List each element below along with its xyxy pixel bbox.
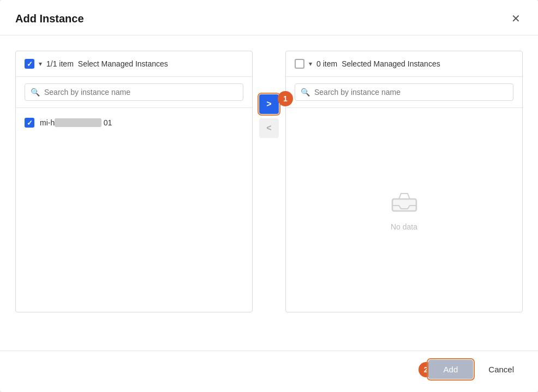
left-search-icon: 🔍 [31, 88, 40, 97]
left-panel-content: ✓ mi-h 01 [16, 108, 252, 312]
check-icon: ✓ [27, 119, 33, 126]
right-panel-header: ✓ ▾ 0 item Selected Managed Instances [286, 51, 522, 77]
left-search-wrap: 🔍 [16, 77, 252, 108]
dialog-header: Add Instance ✕ [0, 0, 538, 35]
instance-checkbox[interactable]: ✓ [25, 118, 34, 128]
right-panel: ✓ ▾ 0 item Selected Managed Instances 🔍 [285, 51, 523, 312]
left-panel-label: Select Managed Instances [78, 59, 168, 68]
add-instance-dialog: Add Instance ✕ ✓ ▾ 1/1 item Select Manag… [0, 0, 538, 392]
check-icon: ✓ [27, 61, 33, 68]
left-panel-header: ✓ ▾ 1/1 item Select Managed Instances [16, 51, 252, 77]
dialog-title: Add Instance [15, 13, 84, 25]
right-item-count: 0 item [316, 59, 337, 68]
dialog-footer: 2 Add Cancel [0, 351, 538, 392]
transfer-back-button[interactable]: < [259, 118, 279, 138]
transfer-forward-badge: 1 [278, 91, 293, 106]
cancel-button[interactable]: Cancel [480, 360, 523, 379]
instance-name: mi-h 01 [40, 118, 112, 127]
left-panel: ✓ ▾ 1/1 item Select Managed Instances 🔍 … [15, 51, 253, 312]
right-search-icon: 🔍 [301, 88, 310, 97]
left-search-input[interactable] [44, 88, 237, 97]
right-search-wrap: 🔍 [286, 77, 522, 108]
left-chevron-down-icon[interactable]: ▾ [39, 60, 42, 68]
left-search-box: 🔍 [25, 83, 243, 101]
select-all-checkbox[interactable]: ✓ [25, 59, 34, 69]
right-select-all-checkbox[interactable]: ✓ [295, 59, 304, 69]
left-item-count: 1/1 item [46, 59, 74, 68]
transfer-buttons-area: > 1 < [253, 51, 285, 138]
dialog-body: ✓ ▾ 1/1 item Select Managed Instances 🔍 … [0, 35, 538, 351]
right-chevron-down-icon[interactable]: ▾ [309, 60, 312, 68]
instance-row: ✓ mi-h 01 [25, 114, 243, 131]
no-data-area: No data [295, 114, 513, 305]
right-search-input[interactable] [314, 88, 507, 97]
no-data-text: No data [391, 222, 417, 231]
no-data-icon [390, 189, 419, 217]
transfer-forward-button[interactable]: > [259, 94, 279, 114]
right-panel-content: No data [286, 108, 522, 312]
right-panel-label: Selected Managed Instances [342, 59, 440, 68]
right-search-box: 🔍 [295, 83, 513, 101]
close-button[interactable]: ✕ [509, 11, 523, 26]
add-button[interactable]: Add [428, 360, 474, 379]
instance-name-blurred [55, 118, 101, 127]
